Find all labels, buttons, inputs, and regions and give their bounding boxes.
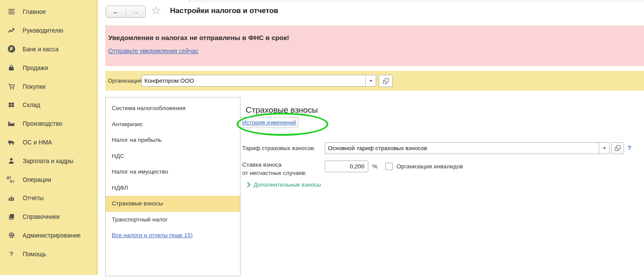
debit-credit-icon: ДтКт — [6, 175, 17, 184]
favorite-star-icon[interactable]: ☆ — [151, 4, 161, 17]
history-of-changes-link[interactable]: История изменений — [242, 119, 296, 126]
nav-item-ndfl[interactable]: НДФЛ — [106, 180, 240, 196]
nav-item-strahovye-vznosy[interactable]: Страховые взносы — [106, 196, 240, 212]
history-link-focus-box: История изменений — [240, 117, 298, 127]
sidebar-item-label: Зарплата и кадры — [23, 157, 73, 164]
top-divider-tick — [189, 0, 190, 3]
send-notifications-link[interactable]: Отправьте уведомления сейчас — [108, 47, 198, 54]
sidebar-item-label: Справочники — [23, 213, 60, 220]
nav-item-nalog-na-pribyl[interactable]: Налог на прибыль — [106, 132, 240, 148]
sidebar: Главное Руководителю ₽ Банк и касса Прод… — [0, 0, 98, 275]
banner-message: Уведомления о налогах не отправлены в ФН… — [108, 34, 644, 42]
sidebar-item-spravochniki[interactable]: Справочники — [0, 208, 97, 226]
sidebar-item-label: Помощь — [23, 251, 46, 258]
menu-icon — [6, 8, 17, 15]
reference-books-icon — [6, 213, 17, 220]
chevron-right-icon — [245, 182, 250, 188]
ruble-circle-icon: ₽ — [6, 45, 17, 53]
accident-rate-label: Ставка взноса от несчастных случаев: — [242, 161, 307, 177]
accident-rate-input[interactable] — [325, 161, 368, 172]
sidebar-item-bank-i-kassa[interactable]: ₽ Банк и касса — [0, 40, 97, 59]
organization-select[interactable]: Конфетпром ООО — [141, 75, 376, 87]
sidebar-item-label: Покупки — [23, 83, 46, 90]
section-heading: Страховые взносы — [246, 105, 318, 115]
app-window: Главное Руководителю ₽ Банк и касса Прод… — [0, 0, 644, 278]
organization-label: Организация: — [108, 71, 143, 90]
sidebar-item-administrirovanie[interactable]: Администрирование — [0, 226, 97, 245]
sidebar-item-proizvodstvo[interactable]: Производство — [0, 114, 97, 133]
shopping-cart-icon — [6, 83, 17, 90]
growth-chart-icon — [6, 27, 17, 34]
disabled-organization-checkbox[interactable] — [385, 163, 393, 170]
all-taxes-more-row: Все налоги и отчеты (еще 15) — [106, 228, 240, 244]
nav-item-transportnyj-nalog[interactable]: Транспортный налог — [106, 212, 240, 228]
sidebar-item-label: ОС и НМА — [23, 139, 52, 146]
tariff-label: Тариф страховых взносов: — [242, 142, 315, 154]
help-icon[interactable]: ? — [627, 142, 631, 154]
sidebar-item-otchety[interactable]: Отчеты — [0, 189, 97, 208]
shopping-bag-icon — [6, 64, 17, 71]
sidebar-item-pomosch[interactable]: ? Помощь — [0, 245, 97, 263]
organization-choose-button[interactable] — [379, 75, 393, 87]
top-divider-line — [189, 1, 644, 1]
sidebar-item-label: Банк и касса — [23, 46, 58, 53]
nav-item-antikrizis[interactable]: Антикризис — [106, 117, 240, 133]
sidebar-item-zarplata-i-kadry[interactable]: Зарплата и кадры — [0, 151, 97, 170]
sidebar-item-label: Отчеты — [23, 194, 43, 201]
tax-settings-nav: Система налогообложения Антикризис Налог… — [105, 97, 240, 276]
nav-item-sistema-nalogooblozheniya[interactable]: Система налогообложения — [106, 100, 240, 117]
sidebar-item-prodazhi[interactable]: Продажи — [0, 58, 97, 77]
sidebar-item-label: Администрирование — [23, 232, 81, 239]
choose-from-list-icon — [615, 145, 621, 151]
gear-icon — [6, 231, 17, 239]
forward-button[interactable]: → — [126, 6, 146, 17]
history-nav-buttons: ← → — [106, 6, 146, 18]
sidebar-item-label: Продажи — [23, 64, 48, 71]
organization-bar: Организация: Конфетпром ООО — [105, 71, 644, 90]
choose-from-list-icon — [383, 78, 389, 84]
sidebar-item-label: Склад — [23, 101, 40, 108]
sidebar-item-pokupki[interactable]: Покупки — [0, 77, 97, 96]
factory-icon — [6, 120, 17, 127]
question-mark-icon: ? — [6, 251, 17, 258]
nav-item-nds[interactable]: НДС — [106, 148, 240, 164]
sidebar-item-label: Операции — [23, 176, 51, 183]
sidebar-item-operacii[interactable]: ДтКт Операции — [0, 170, 97, 189]
sidebar-item-label: Производство — [23, 120, 62, 127]
additional-contributions-expander[interactable]: Дополнительные взносы — [245, 181, 321, 188]
percent-sign: % — [372, 161, 377, 172]
truck-icon — [6, 139, 17, 146]
back-button[interactable]: ← — [106, 6, 126, 17]
person-icon — [6, 157, 17, 164]
content-pane: Страховые взносы История изменений Тариф… — [239, 97, 644, 278]
disabled-organization-label: Организация инвалидов — [397, 161, 463, 172]
all-taxes-link[interactable]: Все налоги и отчеты (еще 15) — [112, 232, 193, 238]
bar-chart-icon — [6, 194, 17, 201]
nav-item-nalog-na-imuschestvo[interactable]: Налог на имущество — [106, 164, 240, 180]
sidebar-item-os-i-nma[interactable]: ОС и НМА — [0, 133, 97, 152]
tariff-select[interactable]: Основной тариф страховых взносов — [325, 142, 610, 154]
sidebar-item-sklad[interactable]: Склад — [0, 96, 97, 114]
sidebar-item-glavnoe[interactable]: Главное — [0, 3, 97, 21]
notification-banner: Уведомления о налогах не отправлены в ФН… — [105, 25, 644, 66]
dropdown-arrow-icon[interactable] — [365, 75, 376, 86]
page-title: Настройки налогов и отчетов — [170, 7, 278, 15]
sidebar-item-label: Руководителю — [23, 27, 63, 34]
tariff-choose-button[interactable] — [611, 142, 624, 154]
sidebar-item-rukovoditelyu[interactable]: Руководителю — [0, 21, 97, 40]
tariff-value: Основной тариф страховых взносов — [325, 143, 599, 154]
dropdown-arrow-icon[interactable] — [599, 143, 609, 154]
organization-value: Конфетпром ООО — [142, 75, 365, 86]
warehouse-grid-icon — [6, 101, 17, 108]
sidebar-item-label: Главное — [23, 8, 46, 15]
